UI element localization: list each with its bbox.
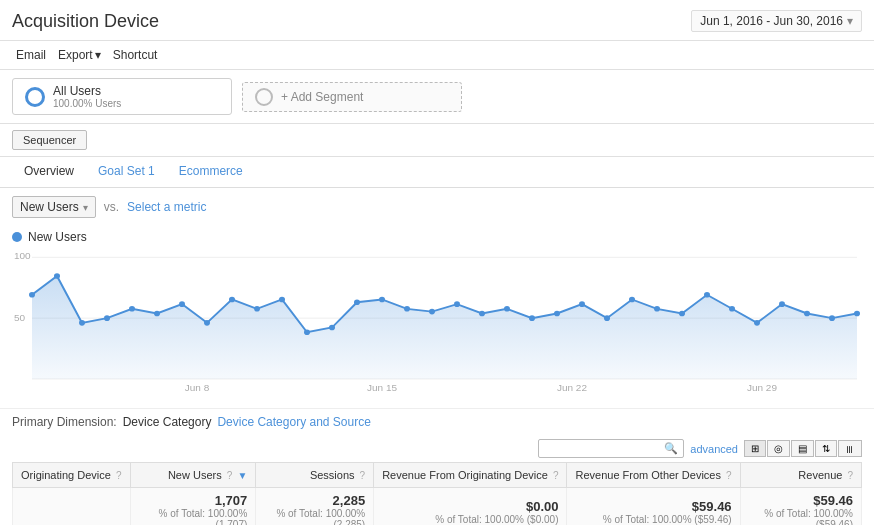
svg-point-37 [804, 311, 810, 317]
total-revenue-other-pct: % of Total: 100.00% ($59.46) [575, 514, 731, 525]
legend-dot-icon [12, 232, 22, 242]
svg-point-9 [104, 315, 110, 321]
view-table-icon-button[interactable]: ⊞ [744, 440, 766, 457]
metric-selector-bar: New Users ▾ vs. Select a metric [0, 188, 874, 226]
search-input[interactable] [544, 443, 664, 455]
table-total-row: 1,707 % of Total: 100.00% (1,707) 2,285 … [13, 488, 862, 526]
svg-point-10 [129, 306, 135, 312]
total-device-cell [13, 488, 131, 526]
svg-point-13 [204, 320, 210, 326]
svg-text:Jun 8: Jun 8 [185, 382, 209, 393]
sequencer-button[interactable]: Sequencer [12, 130, 87, 150]
col-header-sessions: Sessions ? [256, 463, 374, 488]
total-sessions-pct: % of Total: 100.00% (2,285) [264, 508, 365, 525]
total-revenue-value: $59.46 [749, 493, 853, 508]
svg-text:50: 50 [14, 312, 25, 323]
svg-point-34 [729, 306, 735, 312]
view-columns-icon-button[interactable]: ⫼ [838, 440, 862, 457]
chart-container: New Users 100 50 [0, 226, 874, 408]
svg-point-30 [629, 297, 635, 303]
svg-point-17 [304, 329, 310, 335]
primary-dimension-link[interactable]: Device Category and Source [217, 415, 370, 429]
tabs-bar: Overview Goal Set 1 Ecommerce [0, 157, 874, 188]
date-range-text: Jun 1, 2016 - Jun 30, 2016 [700, 14, 843, 28]
email-button[interactable]: Email [10, 46, 52, 64]
svg-text:Jun 22: Jun 22 [557, 382, 587, 393]
page-title: Acquisition Device [12, 11, 159, 32]
segment-label: All Users [53, 84, 121, 98]
svg-point-11 [154, 311, 160, 317]
col-header-revenue-other: Revenue From Other Devices ? [567, 463, 740, 488]
total-new-users-cell: 1,707 % of Total: 100.00% (1,707) [130, 488, 256, 526]
total-sessions-value: 2,285 [264, 493, 365, 508]
page-header: Acquisition Device Jun 1, 2016 - Jun 30,… [0, 0, 874, 41]
metric-dropdown[interactable]: New Users ▾ [12, 196, 96, 218]
total-revenue-orig-pct: % of Total: 100.00% ($0.00) [382, 514, 558, 525]
sequencer-bar: Sequencer [0, 124, 874, 157]
total-revenue-other-cell: $59.46 % of Total: 100.00% ($59.46) [567, 488, 740, 526]
total-new-users-pct: % of Total: 100.00% (1,707) [139, 508, 248, 525]
svg-point-6 [29, 292, 35, 298]
col-header-originating-device: Originating Device ? [13, 463, 131, 488]
svg-point-33 [704, 292, 710, 298]
svg-point-16 [279, 297, 285, 303]
primary-dimension-value: Device Category [123, 415, 212, 429]
help-icon: ? [227, 470, 233, 481]
help-icon: ? [847, 470, 853, 481]
svg-point-23 [454, 301, 460, 307]
all-users-segment[interactable]: All Users 100.00% Users [12, 78, 232, 115]
advanced-link[interactable]: advanced [690, 443, 738, 455]
total-revenue-orig-cell: $0.00 % of Total: 100.00% ($0.00) [374, 488, 567, 526]
metric-arrow-icon: ▾ [83, 202, 88, 213]
tab-goal-set-1[interactable]: Goal Set 1 [86, 157, 167, 187]
help-icon: ? [116, 470, 122, 481]
date-range-arrow-icon: ▾ [847, 14, 853, 28]
tab-ecommerce[interactable]: Ecommerce [167, 157, 255, 187]
svg-point-7 [54, 273, 60, 279]
svg-text:Jun 15: Jun 15 [367, 382, 397, 393]
svg-point-36 [779, 301, 785, 307]
svg-point-24 [479, 311, 485, 317]
svg-text:100: 100 [14, 251, 31, 262]
search-icon: 🔍 [664, 442, 678, 455]
svg-point-26 [529, 315, 535, 321]
total-sessions-cell: 2,285 % of Total: 100.00% (2,285) [256, 488, 374, 526]
svg-point-35 [754, 320, 760, 326]
svg-point-12 [179, 301, 185, 307]
total-revenue-orig-value: $0.00 [382, 499, 558, 514]
search-input-wrap[interactable]: 🔍 [538, 439, 684, 458]
svg-point-18 [329, 325, 335, 331]
export-label: Export [58, 48, 93, 62]
svg-text:Jun 29: Jun 29 [747, 382, 777, 393]
svg-point-25 [504, 306, 510, 312]
chart-legend-label: New Users [28, 230, 87, 244]
segments-bar: All Users 100.00% Users + Add Segment [0, 70, 874, 124]
view-icons: ⊞ ◎ ▤ ⇅ ⫼ [744, 440, 862, 457]
date-range-picker[interactable]: Jun 1, 2016 - Jun 30, 2016 ▾ [691, 10, 862, 32]
col-header-new-users[interactable]: New Users ? ▼ [130, 463, 256, 488]
chart-wrap: 100 50 [12, 248, 862, 408]
svg-point-15 [254, 306, 260, 312]
view-sort-icon-button[interactable]: ⇅ [815, 440, 837, 457]
segment-info: All Users 100.00% Users [53, 84, 121, 109]
svg-point-27 [554, 311, 560, 317]
svg-point-38 [829, 315, 835, 321]
svg-point-19 [354, 299, 360, 305]
help-icon: ? [726, 470, 732, 481]
add-segment-button[interactable]: + Add Segment [242, 82, 462, 112]
help-icon: ? [553, 470, 559, 481]
col-header-revenue: Revenue ? [740, 463, 861, 488]
view-donut-icon-button[interactable]: ◎ [767, 440, 790, 457]
add-segment-label: + Add Segment [281, 90, 363, 104]
svg-point-39 [854, 311, 860, 317]
tab-overview[interactable]: Overview [12, 157, 86, 187]
toolbar: Email Export ▾ Shortcut [0, 41, 874, 70]
export-button[interactable]: Export ▾ [52, 46, 107, 64]
svg-point-8 [79, 320, 85, 326]
select-metric-link[interactable]: Select a metric [127, 200, 206, 214]
total-revenue-other-value: $59.46 [575, 499, 731, 514]
svg-point-22 [429, 309, 435, 315]
chart-svg: 100 50 [12, 248, 862, 393]
view-bar-icon-button[interactable]: ▤ [791, 440, 814, 457]
shortcut-button[interactable]: Shortcut [107, 46, 164, 64]
